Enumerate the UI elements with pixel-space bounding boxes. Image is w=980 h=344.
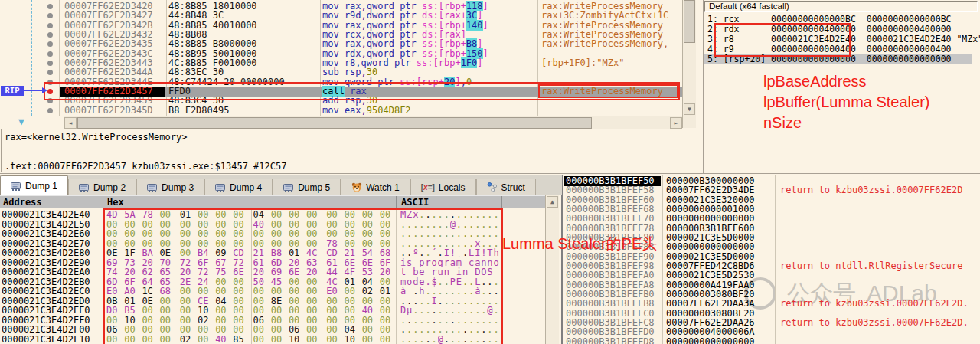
horizontal-splitter[interactable]: [0, 173, 980, 174]
breakpoint-dot[interactable]: [47, 61, 53, 66]
stack-comment: return to kzbu03zssi.00007FF62E2D.: [780, 318, 969, 327]
stack-value: 0000000000000000: [666, 214, 755, 223]
calling-convention-select[interactable]: Default (x64 fastcall): [704, 1, 978, 12]
stack-row[interactable]: 000000B3B1BFEF700000000000000000: [0, 214, 980, 224]
instruction-bytes: 48:8B85 40010000: [168, 21, 257, 30]
stack-row[interactable]: 000000B3B1BFEF680000000000001000: [0, 205, 980, 215]
breakpoint-dot[interactable]: [47, 108, 53, 113]
registers-splitter[interactable]: [703, 0, 704, 174]
instruction-address: 00007FF62E2D3432: [64, 30, 153, 39]
instruction-comment: rax:WriteProcessMemory: [541, 87, 663, 96]
instruction-bytes: 48:8B85 18010000: [168, 2, 257, 11]
breakpoint-dot[interactable]: [47, 98, 53, 103]
stack-address: 000000B3B1BFEFB0: [566, 290, 655, 299]
instruction-comment: [rbp+1F0]:"MZx": [541, 58, 624, 67]
stack-row[interactable]: 000000B3B1BFEF78000000B3B1BFF600: [0, 224, 980, 234]
instruction-comment: rax:WriteProcessMemory,: [541, 39, 668, 48]
scroll-up-button[interactable]: ▲: [547, 196, 558, 208]
instruction-address: 00007FF62E2D342B: [64, 21, 153, 30]
instruction-address: 00007FF62E2D3427: [64, 11, 153, 20]
rip-address[interactable]: 00007FF62E2D3457: [60, 87, 165, 97]
disasm-row[interactable]: 00007FF62E2D345DB8 F2D80495mov eax,9504D…: [0, 106, 682, 116]
argument-row[interactable]: 4: r9 0000000000000400 0000000000000400: [707, 44, 952, 54]
disasm-vscrollbar[interactable]: ▼: [682, 0, 696, 128]
stack-row[interactable]: 000000B3B1BFEF880000000000000000: [0, 242, 980, 252]
instruction-text: add rsp,30: [322, 96, 377, 105]
hscroll-thumb[interactable]: [77, 117, 592, 129]
instruction-address: 00007FF62E2D345D: [64, 106, 153, 115]
stack-address: 000000B3B1BFEFB8: [566, 299, 655, 308]
argument-row[interactable]: 2: rdx 0000000000400000 0000000000400000: [707, 25, 952, 34]
stack-address: 000000B3B1BFEF68: [566, 205, 655, 214]
stack-value: 0000021C3E5D2530: [666, 270, 755, 280]
stack-value: 00007FF62E2DAA3A: [666, 299, 755, 308]
instruction-address: 00007FF62E2D3420: [64, 2, 153, 11]
rip-label: RIP: [1, 86, 24, 96]
scroll-down-button[interactable]: ▼: [684, 103, 695, 115]
instruction-text: mov rcx,qword ptr ds:[rax]: [322, 30, 466, 39]
disasm-hscrollbar[interactable]: ◄ ►: [64, 116, 682, 129]
instruction-bytes: FFD0: [168, 87, 191, 96]
instruction-bytes: 48:8B95 50010000: [168, 49, 257, 58]
stack-row[interactable]: 000000B3B1BFEF800000021C3E5D0000: [0, 233, 980, 243]
stack-row[interactable]: 000000B3B1BFEFD0000000004000006A: [0, 327, 980, 337]
stack-address: 000000B3B1BFEF70: [566, 214, 655, 223]
breakpoint-dot[interactable]: [47, 13, 53, 18]
instruction-bytes: 44:8B48 3C: [168, 11, 224, 20]
scroll-right-button[interactable]: ►: [670, 117, 682, 129]
stack-address: 000000B3B1BFEFC8: [566, 318, 655, 327]
stack-row[interactable]: 000000B3B1BFEF600000021C3E320000: [0, 195, 980, 205]
instruction-comment: rax:WriteProcessMemory: [541, 30, 663, 39]
instruction-bytes: 48:83EC 30: [168, 67, 224, 77]
info-address-line: .text:00007FF62E2D3457 kzbu03zssi.exe:$1…: [5, 161, 286, 172]
argument-row[interactable]: 3: r8 0000021C3E4D2E40 0000021C3E4D2E40 …: [707, 34, 980, 44]
stack-row[interactable]: 000000B3B1BFEFD80000000000000000: [0, 337, 980, 344]
scroll-left-button[interactable]: ◄: [64, 117, 77, 129]
instruction-text: mov r9d,dword ptr ds:[rax+3C]: [322, 11, 483, 20]
annotation-lpbuffer: lpBuffer(Lumma Stealer): [763, 92, 930, 113]
stack-comment: return to ntdll.RtlRegisterSecure: [780, 261, 962, 270]
stack-row[interactable]: 000000B3B1BFEFA00000021C3E5D2530: [0, 270, 980, 280]
instruction-bytes: 48:8B08: [168, 30, 207, 39]
argument-row[interactable]: 5: [rsp+20] 0000000000000000 00000000000…: [707, 54, 952, 64]
instruction-address: 00007FF62E2D3435: [64, 39, 153, 48]
stack-row[interactable]: 000000B3B1BFEFA800000000A419FAA0: [0, 280, 980, 290]
instruction-bytes: 48:C74424 20 00000000: [168, 77, 285, 87]
dump-vscrollbar[interactable]: ▲: [545, 195, 559, 344]
stack-value: 0000021C3E5D0000: [666, 233, 755, 242]
vscroll-thumb[interactable]: [684, 0, 695, 43]
stack-value: 0000021C3E320000: [666, 195, 755, 205]
stack-address: 000000B3B1BFEFC0: [566, 309, 655, 318]
stack-address: 000000B3B1BFEFD0: [566, 327, 655, 336]
stack-comment: return to kzbu03zssi.00007FF62E2D.: [780, 299, 969, 308]
stack-row[interactable]: 000000B3B1BFEFB800007FF62E2DAA3Areturn t…: [0, 299, 980, 309]
stack-value: 000000B3B1BFF600: [666, 224, 755, 233]
stack-address: 000000B3B1BFEFD8: [566, 337, 655, 344]
instruction-bytes: 48:83C4 30: [168, 96, 224, 105]
breakpoint-dot[interactable]: [47, 51, 53, 57]
breakpoint-dot-active[interactable]: [47, 89, 53, 94]
breakpoint-dot[interactable]: [47, 32, 53, 38]
stack-row[interactable]: 000000B3B1BFEFC800007FF62E2DAA26return t…: [0, 318, 980, 328]
stack-address: 000000B3B1BFEF78: [566, 224, 655, 233]
instruction-bytes: 4C:8B85 F0010000: [168, 58, 257, 67]
stack-value: 000000003080BF20: [666, 309, 755, 318]
stack-row[interactable]: 000000B3B1BFEF9800007FFED42C8BD6return t…: [0, 261, 980, 271]
stack-address: 000000B3B1BFEF58: [566, 185, 655, 195]
breakpoint-dot[interactable]: [47, 41, 53, 47]
argument-row[interactable]: 1: rcx 00000000000000BC 00000000000000BC: [707, 15, 952, 24]
info-pane: rax=<kernel32.WriteProcessMemory> .text:…: [1, 129, 701, 172]
rip-arrow-icon: [42, 87, 47, 93]
breakpoint-dot[interactable]: [47, 4, 53, 9]
stack-row[interactable]: 000000B3B1BFEF5800007FF62E2D34DEreturn t…: [0, 185, 980, 195]
instruction-address: 00007FF62E2D343C: [64, 49, 153, 58]
breakpoint-dot[interactable]: [47, 70, 53, 75]
instruction-text: mov r8,qword ptr ss:[rbp+1F0]: [322, 58, 483, 67]
info-rax-line: rax=<kernel32.WriteProcessMemory>: [5, 132, 187, 143]
x64dbg-window: 00007FF62E2D342048:8B85 18010000mov rax,…: [0, 0, 980, 344]
breakpoint-dot[interactable]: [47, 23, 53, 28]
stack-value: 000000B300000000: [666, 176, 755, 185]
stack-comment: return to kzbu03zssi.00007FF62E2D: [780, 185, 962, 195]
instruction-text: mov qword ptr ss:[rsp+20],0: [322, 77, 472, 87]
breakpoint-dot[interactable]: [47, 80, 53, 85]
